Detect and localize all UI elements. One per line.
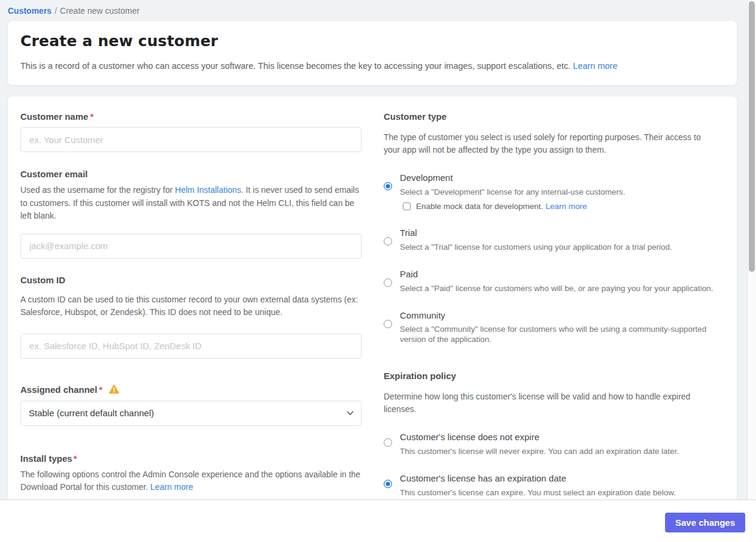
breadcrumb-separator: / xyxy=(54,6,57,16)
customer-email-label: Customer email xyxy=(20,168,362,180)
option-body: Development Select a "Development" licen… xyxy=(400,172,724,211)
no-expire-option-title: Customer's license does not expire xyxy=(400,431,724,443)
customer-type-option-trial: Trial Select a "Trial" license for custo… xyxy=(384,227,724,252)
assigned-channel-select[interactable]: Stable (current default channel) xyxy=(20,401,362,426)
radio-column xyxy=(384,473,400,498)
community-option-title: Community xyxy=(400,310,724,321)
paid-option-description: Select a "Paid" license for customers wh… xyxy=(400,283,724,293)
required-asterisk: * xyxy=(74,453,77,464)
option-body: Trial Select a "Trial" license for custo… xyxy=(400,227,724,252)
community-radio[interactable] xyxy=(384,320,392,328)
option-body: Customer's license has an expiration dat… xyxy=(400,473,724,498)
install-types-label: Install types* xyxy=(20,453,362,464)
community-option-description: Select a "Community" license for custome… xyxy=(400,325,724,344)
assigned-channel-label-text: Assigned channel xyxy=(20,384,97,395)
expiration-policy-options: Customer's license does not expire This … xyxy=(384,431,724,498)
mock-data-learn-more-link[interactable]: Learn more xyxy=(545,202,587,211)
breadcrumb-current: Create new customer xyxy=(60,6,139,16)
custom-id-label: Custom ID xyxy=(20,274,362,286)
save-changes-button[interactable]: Save changes xyxy=(665,513,745,532)
customer-type-option-paid: Paid Select a "Paid" license for custome… xyxy=(384,268,724,293)
paid-option-title: Paid xyxy=(400,268,724,280)
form-right-column: Customer type The type of customer you s… xyxy=(384,111,724,502)
customer-type-options: Development Select a "Development" licen… xyxy=(384,172,724,344)
development-option-description: Select a "Development" license for any i… xyxy=(400,187,724,197)
required-asterisk: * xyxy=(90,111,93,122)
page-description: This is a record of a customer who can a… xyxy=(20,60,724,72)
mock-data-checkbox[interactable] xyxy=(403,202,411,210)
customer-type-heading: Customer type xyxy=(384,111,724,122)
customer-name-input[interactable] xyxy=(20,127,362,152)
page-description-text: This is a record of a customer who can a… xyxy=(20,61,570,71)
customer-email-desc-before: Used as the username for the registry fo… xyxy=(20,185,175,195)
custom-id-description: A custom ID can be used to tie this cust… xyxy=(20,293,362,319)
page-scrollbar-thumb[interactable] xyxy=(749,1,755,272)
customer-name-label-text: Customer name xyxy=(20,111,88,122)
breadcrumb: Customers/Create new customer xyxy=(0,0,756,20)
customer-type-option-development: Development Select a "Development" licen… xyxy=(384,172,724,211)
license-no-expire-radio[interactable] xyxy=(384,438,392,447)
install-types-label-text: Install types xyxy=(20,453,72,464)
custom-id-input[interactable] xyxy=(20,334,362,359)
customer-email-input[interactable] xyxy=(20,234,362,259)
development-radio[interactable] xyxy=(384,182,392,190)
trial-option-description: Select a "Trial" license for customers u… xyxy=(400,242,724,252)
customer-type-option-community: Community Select a "Community" license f… xyxy=(384,310,724,344)
breadcrumb-customers-link[interactable]: Customers xyxy=(8,6,51,16)
trial-radio[interactable] xyxy=(384,237,392,246)
customer-name-label: Customer name* xyxy=(20,111,362,122)
required-asterisk: * xyxy=(99,384,102,395)
option-body: Community Select a "Community" license f… xyxy=(400,310,724,344)
customer-email-description: Used as the username for the registry fo… xyxy=(20,184,362,223)
customer-form-card: Customer name* Customer email Used as th… xyxy=(7,96,737,515)
option-body: Customer's license does not expire This … xyxy=(400,431,724,456)
header-learn-more-link[interactable]: Learn more xyxy=(573,61,617,71)
license-expires-radio[interactable] xyxy=(384,480,392,488)
trial-option-title: Trial xyxy=(400,227,724,238)
mock-data-checkbox-label: Enable mock data for development. xyxy=(416,202,543,211)
has-expiration-option-description: This customer's license can expire. You … xyxy=(400,488,724,498)
expiration-option-no-expire: Customer's license does not expire This … xyxy=(384,431,724,456)
radio-column xyxy=(384,431,400,456)
mock-data-checkbox-row: Enable mock data for development. Learn … xyxy=(400,202,724,211)
radio-column xyxy=(384,268,400,293)
helm-installations-link[interactable]: Helm Installations xyxy=(175,185,241,195)
install-types-learn-more-link[interactable]: Learn more xyxy=(150,482,193,492)
paid-radio[interactable] xyxy=(384,278,392,287)
radio-column xyxy=(384,172,400,211)
assigned-channel-label: Assigned channel* xyxy=(20,384,362,395)
warning-icon xyxy=(109,384,119,394)
install-types-description: The following options control the Admin … xyxy=(20,468,362,494)
form-left-column: Customer name* Customer email Used as th… xyxy=(20,111,362,502)
radio-column xyxy=(384,310,400,344)
no-expire-option-description: This customer's license will never expir… xyxy=(400,446,724,456)
expiration-option-has-date: Customer's license has an expiration dat… xyxy=(384,473,724,498)
page-title: Create a new customer xyxy=(20,32,724,50)
page-header-card: Create a new customer This is a record o… xyxy=(7,20,737,86)
development-option-title: Development xyxy=(400,172,724,183)
option-body: Paid Select a "Paid" license for custome… xyxy=(400,268,724,293)
has-expiration-option-title: Customer's license has an expiration dat… xyxy=(400,473,724,484)
expiration-policy-heading: Expiration policy xyxy=(384,370,724,381)
page-scrollbar-track[interactable] xyxy=(747,0,756,499)
radio-column xyxy=(384,227,400,252)
customer-type-description: The type of customer you select is used … xyxy=(384,131,719,156)
footer-bar: Save changes xyxy=(0,499,756,542)
expiration-policy-description: Determine how long this customer's licen… xyxy=(384,390,704,415)
assigned-channel-select-wrap: Stable (current default channel) xyxy=(20,401,362,426)
